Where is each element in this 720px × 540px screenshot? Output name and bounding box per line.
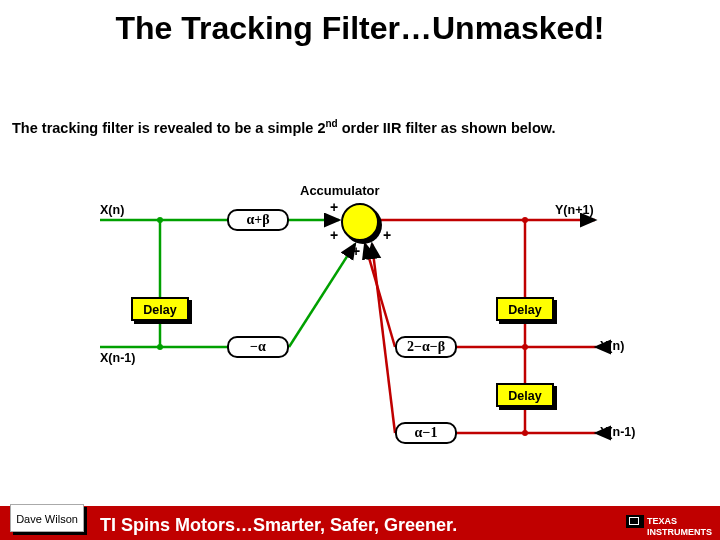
signal-ynp1: Y(n+1)	[555, 203, 594, 217]
gain-two-minus-a-b: 2−α−β	[395, 336, 457, 358]
svg-line-8	[289, 244, 355, 347]
svg-point-10	[522, 217, 528, 223]
gain-neg-alpha: −α	[227, 336, 289, 358]
ti-logo-line1: TEXAS	[647, 516, 677, 526]
delay-left: Delay	[131, 297, 189, 321]
slide-subtitle: The tracking filter is revealed to be a …	[12, 118, 556, 136]
signal-yn1: Y(n-1)	[600, 425, 635, 439]
footer-tagline: TI Spins Motors…Smarter, Safer, Greener.	[100, 515, 457, 536]
ti-chip-icon	[626, 515, 644, 528]
signal-xn1: X(n-1)	[100, 351, 135, 365]
plus-bot-left: +	[330, 227, 338, 243]
signal-xn: X(n)	[100, 203, 124, 217]
svg-line-14	[365, 244, 395, 347]
subtitle-pre: The tracking filter is revealed to be a …	[12, 120, 325, 136]
plus-top-left: +	[330, 199, 338, 215]
svg-point-7	[157, 344, 163, 350]
accumulator-label: Accumulator	[300, 183, 379, 198]
slide: The Tracking Filter…Unmasked! The tracki…	[0, 0, 720, 540]
delay-right-1: Delay	[496, 297, 554, 321]
block-diagram: Accumulator + + + + X(n) X(n-1) Y(n+1) Y…	[0, 165, 720, 465]
gain-alpha-minus-one: α−1	[395, 422, 457, 444]
summer-node	[341, 203, 379, 241]
ti-logo-line2: INSTRUMENTS	[647, 527, 712, 537]
subtitle-sup: nd	[325, 118, 337, 129]
svg-point-4	[157, 217, 163, 223]
author-badge: Dave Wilson	[10, 504, 84, 532]
delay-right-2: Delay	[496, 383, 554, 407]
plus-right: +	[383, 227, 391, 243]
signal-yn: Y(n)	[600, 339, 624, 353]
svg-point-18	[522, 430, 528, 436]
subtitle-post: order IIR filter as shown below.	[338, 120, 556, 136]
slide-title: The Tracking Filter…Unmasked!	[0, 10, 720, 47]
footer-bar: Dave Wilson TI Spins Motors…Smarter, Saf…	[0, 506, 720, 540]
plus-bottom: +	[352, 243, 360, 259]
ti-logo: TEXAS INSTRUMENTS	[626, 515, 712, 538]
gain-alpha-plus-beta: α+β	[227, 209, 289, 231]
